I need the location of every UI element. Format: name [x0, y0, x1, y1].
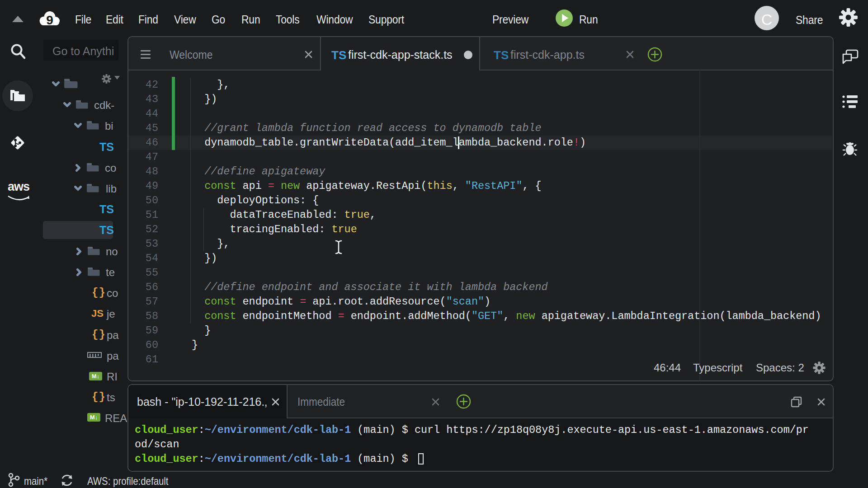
- svg-text:9: 9: [46, 13, 53, 27]
